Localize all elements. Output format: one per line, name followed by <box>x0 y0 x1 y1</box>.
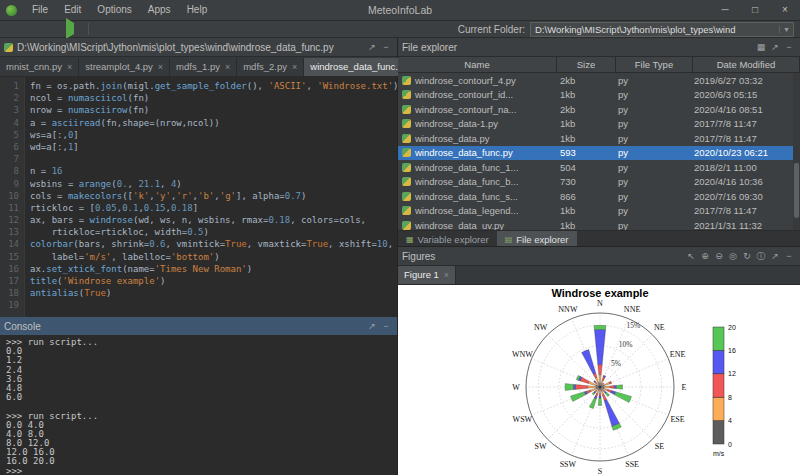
line-number-gutter: 12345678910111213141516171819 <box>0 77 25 318</box>
file-date: 2020/10/23 06:21 <box>690 147 800 158</box>
close-tab-icon[interactable]: × <box>292 58 297 76</box>
file-row[interactable]: windrose_contourf_na...2kbpy2020/4/16 08… <box>398 102 800 117</box>
close-tab-icon[interactable]: × <box>225 58 230 76</box>
menu-help[interactable]: Help <box>179 0 216 20</box>
editor-tab-streamplot_4.py[interactable]: streamplot_4.py× <box>79 58 170 76</box>
run-script-icon[interactable] <box>66 18 74 39</box>
console-line: 12.0 16.0 <box>6 448 397 457</box>
file-table-column-header[interactable]: NameSizeFile TypeDate Modified <box>398 57 800 73</box>
file-row[interactable]: windrose_data_func_s...866py2020/7/16 09… <box>398 189 800 204</box>
file-table[interactable]: windrose_contourf_4.py2kbpy2019/6/27 03:… <box>398 73 800 230</box>
zoom-in-icon[interactable]: ⊕ <box>698 247 712 265</box>
console-panel-header: Console ↗− <box>0 317 397 336</box>
minimize-icon[interactable]: − <box>379 317 393 335</box>
window-controls: ─□× <box>710 0 800 20</box>
current-folder-value: D:\Working\MIScript\Jython\mis\plot_type… <box>531 24 779 35</box>
line-number: 8 <box>0 165 24 177</box>
file-explorer-panel: File explorer ▦↗− NameSizeFile TypeDate … <box>398 38 800 246</box>
tab-label: windrose_data_func.py <box>310 58 408 76</box>
file-row[interactable]: windrose_data_func_b...730py2020/4/16 10… <box>398 175 800 190</box>
file-name: windrose_data.py <box>415 133 489 144</box>
figures-tab-bar: Figure 1 × <box>398 266 800 285</box>
layout-icon[interactable]: ▦ <box>754 38 768 56</box>
minimize-icon[interactable]: − <box>782 38 796 56</box>
current-folder-combobox[interactable]: D:\Working\MIScript\Jython\mis\plot_type… <box>530 22 794 37</box>
figure-1-tab[interactable]: Figure 1 × <box>398 266 456 284</box>
console-line: >>> run script... <box>6 412 397 421</box>
close-tab-icon[interactable]: × <box>67 58 72 76</box>
file-size: 2kb <box>556 104 614 115</box>
code-editor[interactable]: 12345678910111213141516171819 fn = os.pa… <box>0 77 397 318</box>
right-column: File explorer ▦↗− NameSizeFile TypeDate … <box>398 38 800 475</box>
python-file-icon <box>402 148 411 157</box>
pointer-icon[interactable]: ↖ <box>684 247 698 265</box>
python-file-icon <box>402 119 411 128</box>
console-line: >>> <box>6 467 397 475</box>
zoom-out-icon[interactable]: ⊖ <box>712 247 726 265</box>
svg-text:NE: NE <box>654 323 665 332</box>
file-row[interactable]: windrose_contourf_4.py2kbpy2019/6/27 03:… <box>398 73 800 88</box>
minimize-window-button[interactable]: ─ <box>710 0 740 20</box>
file-row[interactable]: windrose_contourf_id...1kbpy2020/6/3 05:… <box>398 88 800 103</box>
current-folder-label: Current Folder: <box>458 24 525 35</box>
float-icon[interactable]: ↗ <box>365 38 379 56</box>
figures-title: Figures <box>402 251 435 262</box>
file-row[interactable]: windrose_data-1.py1kbpy2017/7/8 11:47 <box>398 117 800 132</box>
identify-icon[interactable]: ⓘ <box>754 247 768 265</box>
minimize-icon[interactable]: − <box>782 247 796 265</box>
code-line: ax.set_xtick_font(name='Times New Roman'… <box>30 263 397 275</box>
column-header-name[interactable]: Name <box>398 57 557 72</box>
rotate-icon[interactable]: ↻ <box>740 247 754 265</box>
code-line: label='m/s', labelloc='bottom') <box>30 251 397 263</box>
file-row[interactable]: windrose_data_uv.py1kbpy2021/1/31 11:32 <box>398 218 800 230</box>
editor-tab-mdfs_2.py[interactable]: mdfs_2.py× <box>237 58 304 76</box>
main-area: D:\Working\MIScript\Jython\mis\plot_type… <box>0 38 800 475</box>
column-header-size[interactable]: Size <box>557 57 616 72</box>
menu-apps[interactable]: Apps <box>140 0 179 20</box>
tab-label: mdfs_1.py <box>176 58 220 76</box>
column-header-date-modified[interactable]: Date Modified <box>693 57 800 72</box>
close-tab-icon[interactable]: × <box>444 266 449 284</box>
menu-edit[interactable]: Edit <box>56 0 89 20</box>
file-row[interactable]: windrose_data.py1kbpy2017/7/8 11:47 <box>398 131 800 146</box>
file-row[interactable]: windrose_data_func_1...504py2018/2/1 11:… <box>398 160 800 175</box>
menu-file[interactable]: File <box>24 0 56 20</box>
code-line <box>30 153 397 165</box>
line-number: 15 <box>0 251 24 263</box>
float-icon[interactable]: ↗ <box>365 317 379 335</box>
python-file-icon <box>402 90 411 99</box>
file-date: 2017/7/8 11:47 <box>690 205 800 216</box>
file-date: 2017/7/8 11:47 <box>690 133 800 144</box>
maximize-window-button[interactable]: □ <box>740 0 770 20</box>
svg-text:15%: 15% <box>627 321 641 330</box>
close-tab-icon[interactable]: × <box>158 58 163 76</box>
minimize-icon[interactable]: − <box>379 38 393 56</box>
column-header-file-type[interactable]: File Type <box>616 57 693 72</box>
editor-tab-mdfs_1.py[interactable]: mdfs_1.py× <box>170 58 237 76</box>
code-lines[interactable]: fn = os.path.join(migl.get_sample_folder… <box>25 77 397 318</box>
menu-options[interactable]: Options <box>89 0 139 20</box>
float-icon[interactable]: ↗ <box>768 247 782 265</box>
file-type: py <box>614 118 690 129</box>
float-icon[interactable]: ↗ <box>768 38 782 56</box>
code-line: ax, bars = windrose(wd, ws, n, wsbins, r… <box>30 214 397 226</box>
file-row[interactable]: windrose_data_legend...1kbpy2017/7/8 11:… <box>398 204 800 219</box>
scrollbar[interactable] <box>793 73 800 230</box>
python-file-icon <box>402 105 411 114</box>
console-line: 3.6 <box>6 375 397 384</box>
svg-text:5%: 5% <box>611 359 621 368</box>
scrollbar-thumb[interactable] <box>794 163 799 218</box>
file-row[interactable]: windrose_data_func.py593py2020/10/23 06:… <box>398 146 800 161</box>
file-size: 504 <box>556 162 614 173</box>
file-explorer-title: File explorer <box>402 42 457 53</box>
figure-canvas[interactable]: NNNENEENEEESESESSESSSWSWWSWWWNWNWNNW5%10… <box>398 285 800 475</box>
editor-tab-mnist_cnn.py[interactable]: mnist_cnn.py× <box>0 58 79 76</box>
console-output[interactable]: >>> run script...0.01.22.43.64.86.0 >>> … <box>0 336 397 475</box>
svg-text:10%: 10% <box>619 340 633 349</box>
console-panel: Console ↗− >>> run script...0.01.22.43.6… <box>0 317 398 475</box>
chevron-down-icon[interactable]: ▼ <box>779 26 793 33</box>
line-number: 12 <box>0 214 24 226</box>
full-extent-icon[interactable]: ◎ <box>726 247 740 265</box>
console-line: 0.0 4.0 <box>6 421 397 430</box>
close-window-button[interactable]: × <box>770 0 800 20</box>
